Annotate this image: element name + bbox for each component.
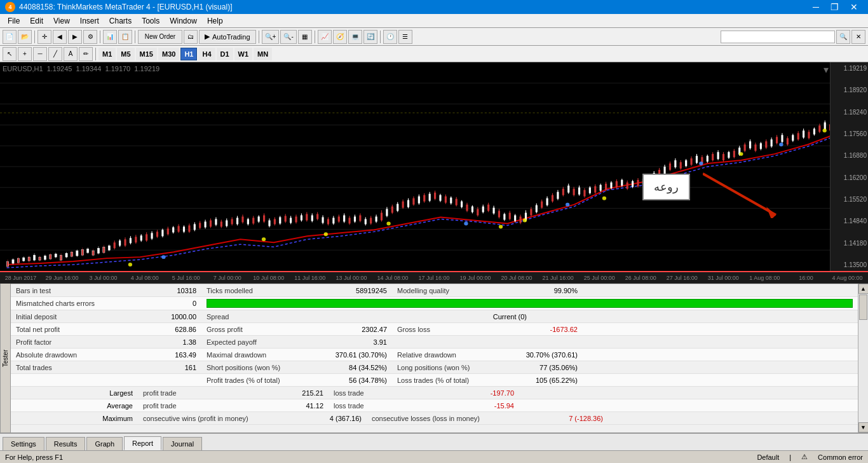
close-button[interactable]: ✕ (845, 0, 863, 14)
stats-row-drawdown: Absolute drawdown 163.49 Maximal drawdow… (11, 349, 858, 361)
title-bar: 4 44088158: ThinkMarkets MetaTrader 4 - … (0, 0, 868, 14)
scroll-left-button[interactable]: ◀ (53, 30, 67, 44)
stats-row-factor: Profit factor 1.38 Expected payoff 3.91 (11, 336, 858, 349)
open-button[interactable]: 📂 (18, 30, 32, 44)
properties-button[interactable]: ⚙ (83, 30, 97, 44)
scrollbar-track[interactable] (858, 294, 868, 422)
autotrading-button[interactable]: ▶ AutoTrading (199, 30, 256, 44)
net-profit-value: 628.86 (138, 323, 201, 335)
menu-help[interactable]: Help (202, 15, 228, 27)
menu-file[interactable]: File (3, 15, 25, 27)
tf-mn[interactable]: MN (254, 48, 272, 60)
time-12: 19 Jul 00:00 (455, 275, 496, 281)
scroll-right-button[interactable]: ▶ (68, 30, 82, 44)
text-button[interactable]: A (64, 47, 78, 61)
tf-m5[interactable]: M5 (117, 48, 134, 60)
maximum-label: Maximum (11, 412, 138, 424)
default-text: Default (757, 453, 779, 461)
price-4: 1.17560 (832, 130, 867, 137)
time-15: 25 Jul 00:00 (579, 275, 620, 281)
time-6: 7 Jul 00:00 (207, 275, 248, 281)
app-icon: 4 (5, 2, 15, 12)
price-5: 1.16880 (832, 152, 867, 159)
spread-label: Spread (201, 310, 456, 322)
tab-graph[interactable]: Graph (86, 437, 123, 450)
long-pos-value: 77 (35.06%) (506, 361, 583, 373)
toolbar2: ↖ + ─ ╱ A ✏ M1 M5 M15 M30 H1 H4 D1 W1 MN (0, 46, 868, 62)
navigator-button[interactable]: 🧭 (333, 30, 347, 44)
tf-d1[interactable]: D1 (217, 48, 233, 60)
common-error-icon: ⚠ (801, 453, 808, 461)
tab-settings[interactable]: Settings (3, 437, 44, 450)
search-input[interactable] (721, 31, 835, 43)
restore-button[interactable]: ❐ (825, 0, 844, 14)
time-4: 4 Jul 08:00 (124, 275, 165, 281)
tf-w1[interactable]: W1 (234, 48, 253, 60)
menu-tools[interactable]: Tools (137, 15, 165, 27)
largest-profit-value: 215.21 (265, 387, 329, 399)
options-button[interactable]: ☰ (398, 30, 412, 44)
time-10: 14 Jul 08:00 (372, 275, 413, 281)
avg-profit-label: profit trade (138, 399, 265, 411)
tf-m15[interactable]: M15 (136, 48, 157, 60)
svg-point-344 (699, 162, 703, 165)
stats-row-profit: Total net profit 628.86 Gross profit 230… (11, 323, 858, 336)
menu-charts[interactable]: Charts (104, 15, 137, 27)
menu-edit[interactable]: Edit (25, 15, 48, 27)
tf-m1[interactable]: M1 (98, 48, 116, 60)
time-5: 5 Jul 16:00 (165, 275, 207, 281)
consec-losses-value: 7 (-128.36) (532, 412, 608, 424)
avg-loss-value: -15.94 (443, 399, 519, 411)
minimize-button[interactable]: ─ (808, 0, 824, 14)
strategy-tester-button[interactable]: 🔄 (363, 30, 377, 44)
scroll-down-button[interactable]: ▼ (858, 422, 869, 432)
indicators-button[interactable]: 📊 (103, 30, 117, 44)
svg-point-340 (523, 219, 527, 223)
scroll-up-button[interactable]: ▲ (858, 284, 869, 294)
mismatch-label: Mismatched charts errors (11, 297, 138, 310)
menu-window[interactable]: Window (165, 15, 202, 27)
clock-button[interactable]: 🕐 (383, 30, 397, 44)
common-error-text: Common error (818, 453, 863, 461)
chart-area[interactable]: EURUSD,H1 1.19245 1.19344 1.19170 1.1921… (0, 62, 868, 272)
new-order-button[interactable]: New Order (138, 30, 182, 44)
templates-button[interactable]: 📋 (118, 30, 132, 44)
new-chart-button[interactable]: 📄 (3, 30, 17, 44)
terminal-button[interactable]: 💻 (348, 30, 362, 44)
panel-content: Tester Bars in test 10318 Ticks modelled… (0, 284, 868, 432)
ticks-value: 58919245 (329, 284, 392, 296)
tab-report[interactable]: Report (124, 436, 161, 450)
search-button[interactable]: 🔍 (836, 30, 850, 44)
zoom-in-button[interactable]: 🔍+ (262, 30, 280, 44)
menu-insert[interactable]: Insert (75, 15, 104, 27)
menu-view[interactable]: View (48, 15, 75, 27)
crosshair-button[interactable]: ✛ (37, 30, 51, 44)
rel-dd-value: 30.70% (370.61) (506, 349, 583, 361)
tf-h1[interactable]: H1 (180, 48, 197, 60)
tab-journal[interactable]: Journal (163, 437, 202, 450)
svg-point-345 (739, 152, 743, 156)
crosshair2-button[interactable]: + (18, 47, 32, 61)
tester-label[interactable]: Tester (0, 284, 10, 432)
market-watch-button[interactable]: 📈 (318, 30, 332, 44)
svg-point-336 (324, 232, 328, 236)
tf-h4[interactable]: H4 (198, 48, 215, 60)
scrollbar[interactable]: ▲ ▼ (858, 284, 868, 432)
svg-point-346 (779, 142, 783, 146)
history-center-button[interactable]: 🗂 (184, 30, 198, 44)
draw-tool-button[interactable]: ✏ (79, 47, 93, 61)
scrollbar-thumb[interactable] (859, 294, 867, 320)
tf-m30[interactable]: M30 (158, 48, 179, 60)
chart-price-high: 1.19344 (76, 65, 104, 73)
tab-results[interactable]: Results (46, 437, 86, 450)
loss-trades-value: 105 (65.22%) (506, 374, 583, 386)
trend-line-button[interactable]: ╱ (48, 47, 62, 61)
stats-row-largest: Largest profit trade 215.21 loss trade -… (11, 387, 858, 399)
close-search-button[interactable]: ✕ (851, 30, 865, 44)
chart-type-button[interactable]: ▦ (298, 30, 312, 44)
cursor-button[interactable]: ↖ (3, 47, 17, 61)
horizontal-line-button[interactable]: ─ (33, 47, 47, 61)
title-bar-controls[interactable]: ─ ❐ ✕ (808, 0, 863, 14)
price-9: 1.14180 (832, 240, 867, 247)
zoom-out-button[interactable]: 🔍- (280, 30, 296, 44)
